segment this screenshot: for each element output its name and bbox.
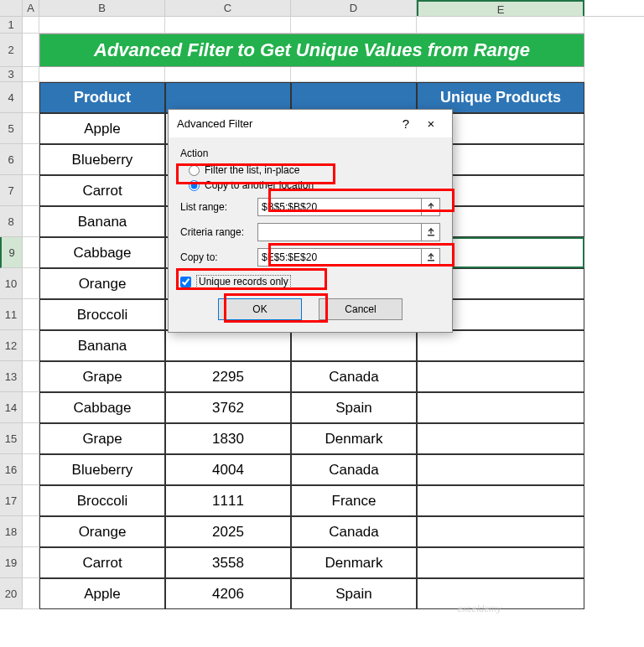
cell-B14[interactable]: Cabbage	[39, 392, 165, 423]
row-header-1[interactable]: 1	[0, 17, 23, 34]
cell-C13[interactable]: 2295	[165, 361, 291, 392]
col-header-D[interactable]: D	[291, 0, 417, 16]
cell-B13[interactable]: Grape	[39, 361, 165, 392]
cell-B20[interactable]: Apple	[39, 578, 165, 609]
header-product[interactable]: Product	[39, 82, 165, 113]
radio-copy-input[interactable]	[189, 180, 200, 191]
cell-D16[interactable]: Canada	[291, 454, 417, 485]
row-header-2[interactable]: 2	[0, 34, 23, 67]
row-header-14[interactable]: 14	[0, 392, 23, 423]
row-header-3[interactable]: 3	[0, 67, 23, 82]
col-header-C[interactable]: C	[165, 0, 291, 16]
cell-D18[interactable]: Canada	[291, 516, 417, 547]
cell-D20[interactable]: Spain	[291, 578, 417, 609]
row-header-17[interactable]: 17	[0, 485, 23, 516]
cell-C16[interactable]: 4004	[165, 454, 291, 485]
cell-C19[interactable]: 3558	[165, 547, 291, 578]
cell-B16[interactable]: Blueberry	[39, 454, 165, 485]
advanced-filter-dialog: Advanced Filter ? × Action Filter the li…	[168, 109, 453, 333]
cell-D19[interactable]: Denmark	[291, 547, 417, 578]
svg-rect-2	[428, 260, 434, 261]
cell-B8[interactable]: Banana	[39, 206, 165, 237]
dialog-titlebar[interactable]: Advanced Filter ? ×	[169, 110, 452, 137]
cell-B10[interactable]: Orange	[39, 268, 165, 299]
copy-to-picker-icon[interactable]	[422, 248, 440, 267]
row-header-7[interactable]: 7	[0, 175, 23, 206]
dialog-title: Advanced Filter	[177, 117, 393, 130]
col-header-B[interactable]: B	[39, 0, 165, 16]
cell-C12[interactable]	[165, 330, 291, 361]
column-headers: A B C D E	[0, 0, 644, 17]
row-header-16[interactable]: 16	[0, 454, 23, 485]
cell-D15[interactable]: Denmark	[291, 423, 417, 454]
cancel-button[interactable]: Cancel	[319, 298, 402, 320]
copy-to-label: Copy to:	[180, 251, 257, 263]
cell-C18[interactable]: 2025	[165, 516, 291, 547]
cell-B18[interactable]: Orange	[39, 516, 165, 547]
row-header-8[interactable]: 8	[0, 206, 23, 237]
row-header-6[interactable]: 6	[0, 144, 23, 175]
unique-records-label: Unique records only	[196, 275, 291, 288]
cell-B15[interactable]: Grape	[39, 423, 165, 454]
ok-button[interactable]: OK	[218, 298, 302, 320]
col-header-E[interactable]: E	[417, 0, 584, 16]
title-cell[interactable]: Advanced Filter to Get Unique Values fro…	[39, 34, 584, 67]
copy-to-input[interactable]: $E$5:$E$20	[257, 248, 422, 267]
cell-E18[interactable]	[417, 516, 584, 547]
row-header-4[interactable]: 4	[0, 82, 23, 113]
svg-rect-0	[428, 210, 434, 211]
cell-B17[interactable]: Broccoli	[39, 485, 165, 516]
cell-B19[interactable]: Carrot	[39, 547, 165, 578]
cell-E13[interactable]	[417, 361, 584, 392]
cell-B6[interactable]: Blueberry	[39, 144, 165, 175]
row-header-20[interactable]: 20	[0, 578, 23, 609]
cell-C17[interactable]: 1111	[165, 485, 291, 516]
cell-D14[interactable]: Spain	[291, 392, 417, 423]
row-header-15[interactable]: 15	[0, 423, 23, 454]
radio-filter-inplace[interactable]: Filter the list, in-place	[189, 164, 440, 176]
cell-D12[interactable]	[291, 330, 417, 361]
cell-E16[interactable]	[417, 454, 584, 485]
radio-copy-location[interactable]: Copy to another location	[189, 179, 440, 191]
select-all-corner[interactable]	[0, 0, 23, 16]
cell-E17[interactable]	[417, 485, 584, 516]
row-header-19[interactable]: 19	[0, 547, 23, 578]
cell-B9[interactable]: Cabbage	[39, 237, 165, 268]
cell-C15[interactable]: 1830	[165, 423, 291, 454]
cell-D17[interactable]: France	[291, 485, 417, 516]
cell-E15[interactable]	[417, 423, 584, 454]
help-icon[interactable]: ?	[393, 116, 418, 131]
row-header-9[interactable]: 9	[0, 237, 23, 268]
row-header-11[interactable]: 11	[0, 299, 23, 330]
cell-B7[interactable]: Carrot	[39, 175, 165, 206]
unique-records-checkbox-row[interactable]: Unique records only	[180, 275, 440, 288]
cell-E20[interactable]	[417, 578, 584, 609]
radio-inplace-input[interactable]	[189, 165, 200, 176]
row-header-12[interactable]: 12	[0, 330, 23, 361]
cell-C14[interactable]: 3762	[165, 392, 291, 423]
row-header-18[interactable]: 18	[0, 516, 23, 547]
col-header-A[interactable]: A	[23, 0, 39, 16]
cell-B11[interactable]: Broccoli	[39, 299, 165, 330]
row-header-10[interactable]: 10	[0, 268, 23, 299]
criteria-range-picker-icon[interactable]	[422, 223, 440, 241]
unique-records-checkbox[interactable]	[180, 277, 191, 287]
svg-rect-1	[428, 235, 434, 236]
row-header-5[interactable]: 5	[0, 113, 23, 144]
action-label: Action	[180, 148, 440, 159]
row-header-13[interactable]: 13	[0, 361, 23, 392]
close-icon[interactable]: ×	[418, 116, 444, 131]
cell-E12[interactable]	[417, 330, 584, 361]
criteria-range-label: Criteria range:	[180, 226, 257, 238]
cell-B5[interactable]: Apple	[39, 113, 165, 144]
list-range-picker-icon[interactable]	[422, 198, 440, 216]
cell-C20[interactable]: 4206	[165, 578, 291, 609]
list-range-input[interactable]: $B$5:$B$20	[257, 198, 422, 216]
criteria-range-input[interactable]	[257, 223, 422, 241]
cell-D13[interactable]: Canada	[291, 361, 417, 392]
cell-B12[interactable]: Banana	[39, 330, 165, 361]
list-range-label: List range:	[180, 201, 257, 213]
cell-E14[interactable]	[417, 392, 584, 423]
cell-E19[interactable]	[417, 547, 584, 578]
